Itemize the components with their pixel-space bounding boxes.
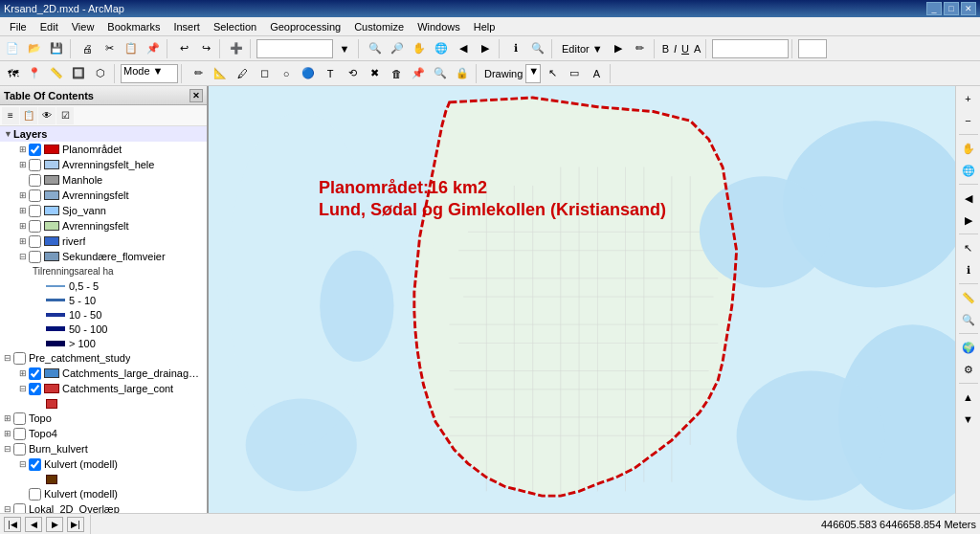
rt-find[interactable]: 🔍: [958, 309, 979, 330]
rt-zoom-out[interactable]: −: [958, 110, 979, 131]
layer-avrenningsfelt[interactable]: ⊞ Avrenningsfelt: [0, 188, 207, 203]
map-area[interactable]: Planområdet:16 km2 Lund, Sødal og Gimlek…: [209, 86, 955, 513]
add-data-button[interactable]: ➕: [226, 38, 247, 59]
zoom-in-button[interactable]: 🔍: [365, 38, 386, 59]
zoom-out-button[interactable]: 🔎: [387, 38, 408, 59]
menu-insert[interactable]: Insert: [167, 19, 206, 34]
avrenningsfelt-check[interactable]: [29, 189, 41, 202]
menu-help[interactable]: Help: [468, 19, 501, 34]
font-family-input[interactable]: Arial: [712, 39, 789, 58]
tb2-btn1[interactable]: 🗺: [2, 63, 23, 84]
avrenningsfelt2-check[interactable]: [29, 220, 41, 233]
tb2-btn17[interactable]: 🔍: [430, 63, 451, 84]
status-next[interactable]: ▶|: [67, 517, 84, 532]
identify-button[interactable]: ℹ: [505, 38, 526, 59]
tb2-btn10[interactable]: ○: [276, 63, 297, 84]
edit-tool[interactable]: ▶: [608, 38, 629, 59]
find-button[interactable]: 🔍: [527, 38, 548, 59]
tb2-select[interactable]: ↖: [542, 63, 563, 84]
status-play[interactable]: ▶: [46, 517, 63, 532]
layer-kulvert-unchecked[interactable]: Kulvert (modell): [0, 486, 207, 501]
layer-planomradet[interactable]: ⊞ Planområdet: [0, 142, 207, 157]
tb2-btn12[interactable]: T: [320, 63, 341, 84]
sekundaere-check[interactable]: [29, 251, 41, 263]
layer-burn-kulvert[interactable]: ⊟ Burn_kulvert: [0, 441, 207, 456]
toc-display-btn[interactable]: 👁: [38, 107, 56, 124]
redo-button[interactable]: ↪: [195, 38, 216, 59]
rt-select[interactable]: ↖: [958, 237, 979, 258]
paste-button[interactable]: 📌: [143, 38, 164, 59]
font-size-input[interactable]: 48: [798, 39, 827, 58]
riverf-check[interactable]: [29, 235, 41, 248]
rt-measure[interactable]: 📏: [958, 287, 979, 308]
close-button[interactable]: ✕: [961, 2, 976, 15]
cut-button[interactable]: ✂: [99, 38, 120, 59]
layer-sekundaere[interactable]: ⊟ Sekundære_flomveier: [0, 249, 207, 264]
tb2-btn11[interactable]: 🔵: [298, 63, 319, 84]
edit-btn2[interactable]: ✏: [630, 38, 651, 59]
layer-manhole[interactable]: Manhole: [0, 172, 207, 188]
tb2-btn4[interactable]: 🔲: [68, 63, 89, 84]
maximize-button[interactable]: □: [944, 2, 959, 15]
planomradet-check[interactable]: [29, 144, 41, 156]
tb2-btn18[interactable]: 🔒: [452, 63, 473, 84]
rt-pan[interactable]: ✋: [958, 138, 979, 159]
layer-topo[interactable]: ⊞ Topo: [0, 411, 207, 426]
print-button[interactable]: 🖨: [77, 38, 98, 59]
menu-view[interactable]: View: [66, 19, 100, 34]
rt-arrow-down[interactable]: ▼: [958, 409, 979, 430]
pan-button[interactable]: ✋: [409, 38, 430, 59]
editor-dropdown[interactable]: Editor ▼: [558, 43, 607, 55]
status-prev[interactable]: ◀: [25, 517, 42, 532]
save-button[interactable]: 💾: [46, 38, 67, 59]
rt-go-back[interactable]: ◀: [958, 188, 979, 209]
rt-arrow-up[interactable]: ▲: [958, 387, 979, 408]
menu-geoprocessing[interactable]: Geoprocessing: [264, 19, 346, 34]
layer-catchments-drain[interactable]: ⊞ Catchments_large_drainageLine: [0, 366, 207, 381]
window-controls[interactable]: _ □ ✕: [926, 2, 976, 15]
new-button[interactable]: 📄: [2, 38, 23, 59]
menu-customize[interactable]: Customize: [348, 19, 410, 34]
topo-check[interactable]: [13, 412, 26, 425]
rt-settings[interactable]: ⚙: [958, 359, 979, 380]
layer-pre-catchment[interactable]: ⊟ Pre_catchment_study: [0, 350, 207, 366]
tb2-rect[interactable]: ▭: [564, 63, 585, 84]
tb2-btn2[interactable]: 📍: [24, 63, 45, 84]
topo4-check[interactable]: [13, 428, 26, 440]
rt-globe[interactable]: 🌍: [958, 337, 979, 358]
tb2-btn16[interactable]: 📌: [408, 63, 429, 84]
lokal-2d-check[interactable]: [13, 503, 26, 514]
rt-full-extent[interactable]: 🌐: [958, 160, 979, 181]
tb2-text[interactable]: A: [586, 63, 607, 84]
layers-header[interactable]: ▼ Layers: [0, 126, 207, 142]
prev-extent-button[interactable]: ◀: [453, 38, 474, 59]
toc-content[interactable]: ▼ Layers ⊞ Planområdet ⊞ Avrenningsfelt_…: [0, 126, 207, 513]
minimize-button[interactable]: _: [926, 2, 942, 15]
copy-button[interactable]: 📋: [121, 38, 142, 59]
rt-go-forward[interactable]: ▶: [958, 210, 979, 231]
tb2-btn7[interactable]: 📐: [210, 63, 231, 84]
catchments-cont-check[interactable]: [29, 383, 41, 395]
avrenningsfelt-hele-check[interactable]: [29, 159, 41, 171]
layer-catchments-cont[interactable]: ⊟ Catchments_large_cont: [0, 381, 207, 396]
tb2-btn6[interactable]: ✏: [188, 63, 209, 84]
manhole-check[interactable]: [29, 174, 41, 187]
toc-select-btn[interactable]: ☑: [56, 107, 74, 124]
layer-avrenningsfelt-hele[interactable]: ⊞ Avrenningsfelt_hele: [0, 157, 207, 172]
tb2-btn8[interactable]: 🖊: [232, 63, 253, 84]
layer-riverf[interactable]: ⊞ riverf: [0, 234, 207, 249]
status-first[interactable]: |◀: [4, 517, 21, 532]
toc-list-btn[interactable]: ≡: [2, 107, 19, 124]
rt-zoom-in[interactable]: +: [958, 88, 979, 109]
tb2-btn13[interactable]: ⟲: [342, 63, 363, 84]
open-button[interactable]: 📂: [24, 38, 45, 59]
toc-close-button[interactable]: ✕: [189, 89, 203, 102]
pre-catchment-check[interactable]: [13, 352, 26, 365]
menu-windows[interactable]: Windows: [412, 19, 466, 34]
scale-input[interactable]: 1:34 056: [256, 39, 333, 58]
tb2-btn5[interactable]: ⬡: [90, 63, 111, 84]
menu-file[interactable]: File: [4, 19, 33, 34]
layer-sjo-vann[interactable]: ⊞ Sjo_vann: [0, 203, 207, 218]
tb2-btn15[interactable]: 🗑: [386, 63, 407, 84]
burn-kulvert-check[interactable]: [13, 443, 26, 456]
